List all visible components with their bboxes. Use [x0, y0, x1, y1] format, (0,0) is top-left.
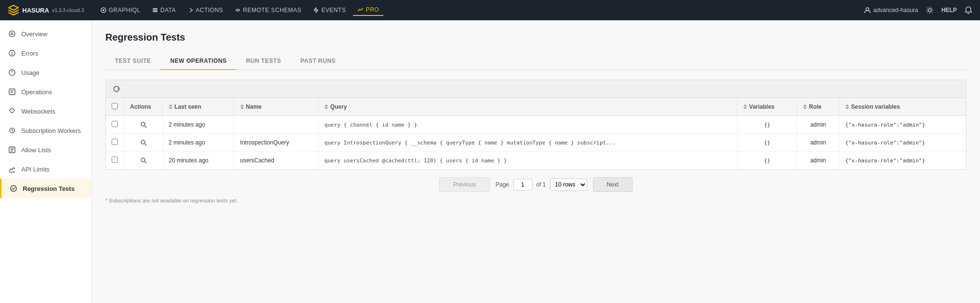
operations-icon [8, 87, 16, 96]
row-checkbox-1[interactable] [112, 139, 118, 145]
sidebar-item-errors[interactable]: Errors [0, 43, 91, 63]
nav-actions[interactable]: ACTIONS [183, 5, 228, 15]
svg-point-6 [928, 9, 931, 12]
svg-point-27 [141, 158, 145, 162]
nav-remote-schemas[interactable]: REMOTE SCHEMAS [230, 5, 306, 15]
row-checkbox-0[interactable] [112, 121, 118, 127]
bell-icon[interactable] [965, 6, 972, 14]
row-checkbox-2[interactable] [112, 157, 118, 163]
row-checkbox-cell [106, 134, 124, 152]
row-variables-0: {} [737, 116, 797, 134]
svg-point-8 [11, 33, 13, 35]
svg-rect-2 [153, 8, 158, 9]
row-name-1: IntrospectionQuery [234, 134, 318, 152]
sort-icon [324, 104, 328, 109]
toolbar [105, 80, 966, 98]
sort-icon [240, 104, 244, 109]
svg-point-1 [102, 9, 104, 11]
row-role-2: admin [797, 152, 839, 170]
row-session-1: {"x-hasura-role":"admin"} [839, 134, 966, 152]
row-checkbox-cell [106, 152, 124, 170]
table-row: 20 minutes ago usersCached query usersCa… [106, 152, 966, 170]
sort-icon [743, 104, 747, 109]
row-session-0: {"x-hasura-role":"admin"} [839, 116, 966, 134]
table-row: 2 minutes ago IntrospectionQuery query I… [106, 134, 966, 152]
sidebar-item-operations[interactable]: Operations [0, 82, 91, 101]
row-actions-cell-1 [124, 134, 163, 152]
page-title: Regression Tests [105, 32, 966, 43]
nav-pro[interactable]: PRO [353, 4, 384, 16]
nav-data[interactable]: DATA [147, 5, 181, 15]
sidebar-item-api-limits[interactable]: API Limits [0, 159, 91, 179]
help-button[interactable]: HELP [941, 7, 957, 14]
search-icon[interactable] [140, 121, 147, 128]
col-role: Role [797, 98, 839, 116]
logo-text: HASURA [22, 7, 49, 14]
logo[interactable]: HASURA v1.3.3-cloud.3 [8, 4, 84, 16]
col-query: Query [318, 98, 737, 116]
sidebar-item-allow-lists[interactable]: Allow Lists [0, 140, 91, 159]
topnav: HASURA v1.3.3-cloud.3 GRAPHIQL DATA ACTI… [0, 0, 980, 20]
row-checkbox-cell [106, 116, 124, 134]
svg-point-5 [866, 8, 869, 11]
row-name-0 [234, 116, 318, 134]
sidebar-item-overview[interactable]: Overview [0, 24, 91, 43]
previous-button[interactable]: Previous [439, 177, 490, 192]
sidebar-item-subscription-workers[interactable]: Subscription Workers [0, 121, 91, 140]
sort-icon [169, 104, 173, 109]
tab-past-runs[interactable]: PAST RUNS [291, 53, 346, 70]
sidebar-item-usage[interactable]: Usage [0, 63, 91, 82]
subscription-workers-icon [8, 126, 16, 135]
websockets-icon [8, 107, 16, 115]
svg-line-26 [144, 144, 146, 146]
settings-icon[interactable] [926, 6, 934, 14]
nav-events[interactable]: EVENTS [308, 5, 351, 15]
sidebar: Overview Errors Usage Operations Websock… [0, 20, 92, 303]
regression-tests-icon [9, 184, 18, 193]
errors-icon [8, 49, 16, 58]
sidebar-item-regression-tests[interactable]: Regression Tests [0, 179, 91, 198]
col-last-seen: Last seen [163, 98, 234, 116]
nav-graphiql[interactable]: GRAPHIQL [96, 5, 145, 15]
user-menu[interactable]: advanced-hasura [864, 7, 918, 14]
row-actions-cell-0 [124, 116, 163, 134]
rows-select[interactable]: 10 rows 25 rows 50 rows [550, 178, 587, 191]
refresh-button[interactable] [113, 85, 120, 93]
col-name: Name [234, 98, 318, 116]
svg-point-23 [141, 122, 145, 126]
row-name-2: usersCached [234, 152, 318, 170]
tab-test-suite[interactable]: TEST SUITE [105, 53, 160, 70]
sidebar-item-websockets[interactable]: Websockets [0, 101, 91, 121]
svg-line-24 [144, 126, 146, 128]
sort-icon [845, 104, 849, 109]
main-content: Regression Tests TEST SUITE NEW OPERATIO… [92, 20, 980, 303]
api-limits-icon [8, 165, 16, 173]
row-actions-cell-2 [124, 152, 163, 170]
refresh-icon [113, 85, 120, 93]
pagination: Previous Page of 1 10 rows 25 rows 50 ro… [105, 170, 966, 194]
row-variables-2: {} [737, 152, 797, 170]
search-icon[interactable] [140, 157, 147, 164]
footer-note: * Subscriptions are not available on reg… [105, 198, 966, 203]
row-role-0: admin [797, 116, 839, 134]
col-actions: Actions [124, 98, 163, 116]
row-query-2: query usersCached @cached(ttl: 120) { us… [318, 152, 737, 170]
search-icon[interactable] [140, 139, 147, 146]
svg-rect-4 [153, 11, 158, 12]
row-session-2: {"x-hasura-role":"admin"} [839, 152, 966, 170]
tab-new-operations[interactable]: NEW OPERATIONS [160, 53, 236, 70]
table-row: 2 minutes ago query { channel { id name … [106, 116, 966, 134]
row-last-seen-1: 2 minutes ago [163, 134, 234, 152]
select-all-checkbox[interactable] [112, 103, 118, 109]
row-query-0: query { channel { id name } } [318, 116, 737, 134]
data-table: Actions Last seen Name [105, 98, 966, 170]
allow-lists-icon [8, 145, 16, 154]
svg-rect-13 [9, 89, 15, 95]
version-text: v1.3.3-cloud.3 [52, 8, 84, 13]
page-input[interactable] [513, 179, 533, 190]
svg-point-25 [141, 140, 145, 144]
row-last-seen-0: 2 minutes ago [163, 116, 234, 134]
next-button[interactable]: Next [593, 177, 633, 192]
tab-run-tests[interactable]: RUN TESTS [236, 53, 291, 70]
nav-items: GRAPHIQL DATA ACTIONS REMOTE SCHEMAS EVE… [96, 4, 852, 16]
